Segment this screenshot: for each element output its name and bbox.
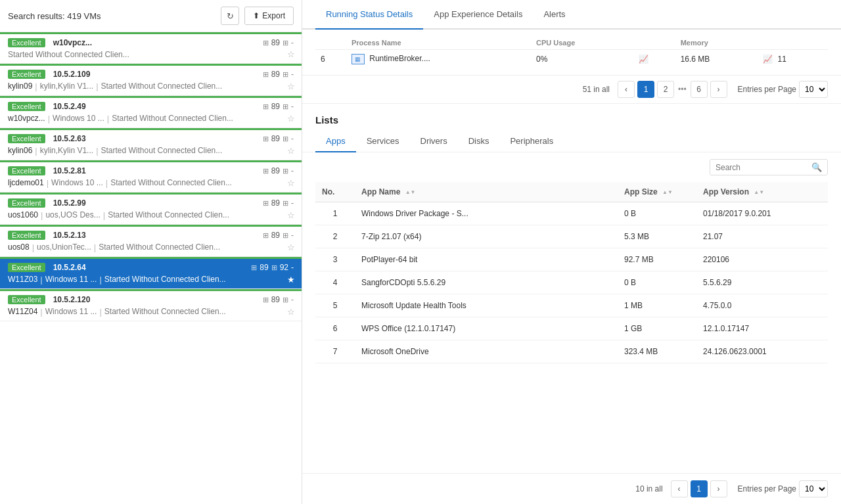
bottom-entries-label: Entries per Page — [738, 484, 796, 493]
vm-item[interactable]: Excellent10.5.2.120⊞89⊞-W11Z04|Windows 1… — [0, 289, 302, 321]
appname-sort-icon: ▲▼ — [405, 189, 416, 195]
col-appsize-header[interactable]: App Size ▲▼ — [618, 182, 696, 202]
vm-ip: 10.5.2.49 — [53, 102, 86, 111]
vm-top-border — [0, 257, 302, 259]
appversion-sort-icon: ▲▼ — [754, 189, 764, 195]
vm-item[interactable]: Excellent10.5.2.81⊞89⊞-ljcdemo01|Windows… — [0, 160, 302, 193]
vm-metrics: ⊞89⊞- — [263, 102, 294, 111]
col-appname-header[interactable]: App Name ▲▼ — [355, 182, 618, 202]
vm-desc-row: kylin09|kylin,Kylin V1...|Started Withou… — [8, 81, 294, 91]
col-no-header[interactable]: No. — [315, 182, 355, 202]
vm-sub-os: kylin,Kylin V1... — [40, 146, 93, 156]
search-header: Search results: 419 VMs ↻ ⬆ Export — [0, 0, 302, 32]
vm-minus-btn[interactable]: - — [291, 38, 294, 47]
bottom-entries-select[interactable]: 10 20 50 — [799, 480, 828, 497]
app-version: 5.5.6.29 — [696, 271, 828, 294]
monitor-icon: ⊞ — [263, 103, 269, 111]
vm-metrics: ⊞89⊞92- — [251, 263, 294, 272]
vm-minus-btn[interactable]: - — [291, 166, 294, 175]
monitor-icon: ⊞ — [263, 70, 269, 79]
bottom-next-btn[interactable]: › — [710, 480, 727, 497]
vm-star-icon[interactable]: ☆ — [287, 49, 295, 59]
tab-alerts[interactable]: Alerts — [533, 0, 576, 30]
vm-status: Started Without Connected Clien... — [99, 242, 220, 252]
list-tab-services[interactable]: Services — [356, 131, 410, 152]
top-entries-select[interactable]: 10 20 50 — [799, 81, 828, 98]
grid-icon: ⊞ — [283, 199, 288, 208]
tab-app-experience-details[interactable]: App Experience Details — [423, 0, 533, 30]
vm-star-icon[interactable]: ☆ — [287, 146, 295, 156]
top-prev-btn[interactable]: ‹ — [618, 81, 635, 98]
col-appversion-header[interactable]: App Version ▲▼ — [696, 182, 828, 202]
table-row: 3PotPlayer-64 bit92.7 MB220106 — [315, 248, 828, 271]
bottom-page-1-btn[interactable]: 1 — [691, 480, 708, 497]
vm-star-icon[interactable]: ☆ — [287, 210, 295, 220]
app-search-input[interactable] — [716, 163, 811, 172]
vm-minus-btn[interactable]: - — [291, 102, 294, 111]
vm-star-icon[interactable]: ☆ — [287, 81, 295, 91]
vm-minus-btn[interactable]: - — [291, 295, 294, 304]
vm-score1: 89 — [271, 295, 280, 304]
vm-ip: 10.5.2.64 — [53, 263, 86, 272]
vm-minus-btn[interactable]: - — [291, 134, 294, 143]
vm-item[interactable]: Excellent10.5.2.99⊞89⊞-uos1060|uos,UOS D… — [0, 193, 302, 225]
vm-item[interactable]: Excellent10.5.2.64⊞89⊞92-W11Z03|Windows … — [0, 257, 302, 289]
vm-badge: Excellent — [8, 70, 45, 79]
vm-badge: Excellent — [8, 295, 45, 304]
list-tab-apps[interactable]: Apps — [315, 131, 356, 152]
process-row: 6 ▦ RuntimeBroker.... 0% 📈 16.6 MB 📈 11 — [315, 50, 828, 69]
vm-item[interactable]: Excellent10.5.2.63⊞89⊞-kylin06|kylin,Kyl… — [0, 128, 302, 160]
monitor-icon: ⊞ — [263, 135, 269, 143]
list-tab-peripherals[interactable]: Peripherals — [499, 131, 564, 152]
vm-star-icon[interactable]: ☆ — [287, 178, 295, 188]
vm-minus-btn[interactable]: - — [291, 198, 294, 208]
vm-minus-btn[interactable]: - — [291, 263, 294, 272]
chart2-icon[interactable]: 📈 — [763, 55, 773, 64]
top-next-btn[interactable]: › — [710, 81, 727, 98]
bottom-prev-btn[interactable]: ‹ — [671, 480, 688, 497]
vm-top-border — [0, 96, 302, 98]
right-panel: Running Status DetailsApp Experience Det… — [302, 0, 841, 504]
vm-star-icon[interactable]: ☆ — [287, 114, 295, 124]
vm-sub-name: uos08 — [8, 242, 30, 252]
refresh-button[interactable]: ↻ — [221, 7, 239, 25]
table-row: 4SangforCDOpti 5.5.6.290 B5.5.6.29 — [315, 271, 828, 294]
top-page-1-btn[interactable]: 1 — [637, 81, 654, 98]
col-num-header — [315, 36, 346, 50]
vm-star-icon[interactable]: ★ — [287, 275, 295, 285]
vm-item[interactable]: Excellent10.5.2.109⊞89⊞-kylin09|kylin,Ky… — [0, 64, 302, 96]
table-row: 7Microsoft OneDrive323.4 MB24.126.0623.0… — [315, 340, 828, 363]
vm-top-border — [0, 193, 302, 195]
vm-minus-btn[interactable]: - — [291, 231, 294, 240]
vm-status: Started Without Connected Clien... — [101, 146, 223, 156]
export-button[interactable]: ⬆ Export — [244, 7, 294, 25]
process-chart2: 📈 11 — [758, 50, 828, 69]
list-tab-drivers[interactable]: Drivers — [410, 131, 458, 152]
vm-desc-row: Started Without Connected Clien... — [8, 50, 294, 59]
list-tab-disks[interactable]: Disks — [458, 131, 500, 152]
app-size: 5.3 MB — [618, 225, 696, 248]
top-page-6-btn[interactable]: 6 — [691, 81, 708, 98]
vm-minus-btn[interactable]: - — [291, 70, 294, 79]
chart1-icon[interactable]: 📈 — [639, 55, 648, 64]
grid-icon: ⊞ — [283, 167, 288, 175]
vm-ip: 10.5.2.63 — [53, 134, 86, 143]
top-page-2-btn[interactable]: 2 — [657, 81, 674, 98]
vm-item-header: Excellent10.5.2.109⊞89⊞- — [8, 70, 294, 79]
vm-item[interactable]: Excellent10.5.2.13⊞89⊞-uos08|uos,UnionTe… — [0, 225, 302, 257]
app-name: SangforCDOpti 5.5.6.29 — [355, 271, 618, 294]
vm-star-icon[interactable]: ☆ — [287, 242, 295, 252]
monitor-icon: ⊞ — [263, 199, 269, 208]
app-version: 220106 — [696, 248, 828, 271]
vm-metrics: ⊞89⊞- — [263, 70, 294, 79]
vm-item[interactable]: Excellentw10vpcz...⊞89⊞-Started Without … — [0, 32, 302, 64]
vm-item[interactable]: Excellent10.5.2.49⊞89⊞-w10vpcz...|Window… — [0, 96, 302, 128]
vm-desc-row: uos08|uos,UnionTec...|Started Without Co… — [8, 242, 294, 252]
vm-desc-row: ljcdemo01|Windows 10 ...|Started Without… — [8, 178, 294, 188]
vm-score1: 89 — [271, 102, 280, 111]
vm-score1: 89 — [260, 263, 268, 272]
vm-star-icon[interactable]: ☆ — [287, 307, 295, 317]
tab-running-status-details[interactable]: Running Status Details — [315, 0, 423, 30]
vm-desc-row: kylin06|kylin,Kylin V1...|Started Withou… — [8, 146, 294, 156]
vm-status: Started Without Connected Clien... — [101, 81, 223, 91]
